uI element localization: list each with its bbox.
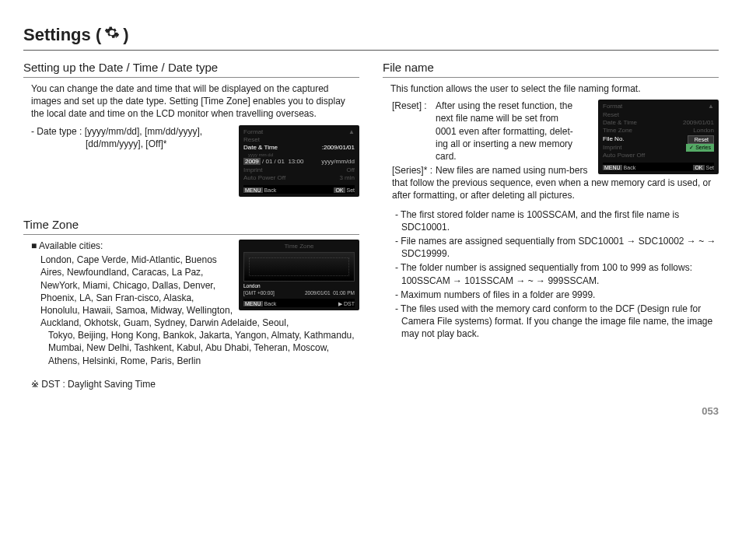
section-heading-timezone: Time Zone xyxy=(23,217,359,233)
filename-notes: - The first stored folder name is 100SSC… xyxy=(383,208,719,341)
filename-lcd-mock: Format▲ Reset Date & Time2009/01/01 Time… xyxy=(598,100,719,174)
gear-icon xyxy=(104,23,120,47)
title-divider xyxy=(23,50,719,51)
filename-intro: This function allows the user to select … xyxy=(383,82,719,95)
cities-list-2: Tokyo, Beijing, Hong Kong, Bankok, Jakar… xyxy=(40,329,359,367)
section-heading-datetime: Setting up the Date / Time / Date type xyxy=(23,60,359,75)
datetime-intro: You can change the date and time that wi… xyxy=(23,82,359,121)
timezone-lcd-mock: Time Zone London[GMT +00:00] 2009/01/01 … xyxy=(239,240,359,310)
dst-note: ※ DST : Daylight Saving Time xyxy=(23,378,359,390)
page-number: 053 xyxy=(23,404,719,418)
datetime-lcd-mock: Format▲ Reset Date & Time:2009/01/01 yyy… xyxy=(239,125,359,197)
page-title: Settings ( ) xyxy=(23,23,719,47)
world-map-icon xyxy=(243,252,355,282)
section-heading-filename: File name xyxy=(383,60,719,75)
